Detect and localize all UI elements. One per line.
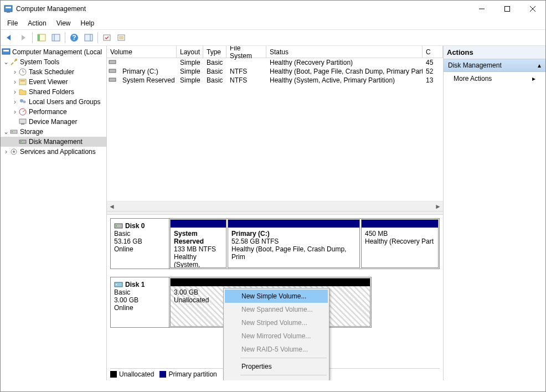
forward-button[interactable]	[17, 31, 30, 44]
ctx-new-raid5-volume: New RAID-5 Volume...	[225, 343, 328, 356]
svg-rect-4	[505, 7, 510, 12]
caret-right-icon[interactable]: ›	[12, 88, 18, 96]
menu-view[interactable]: View	[52, 18, 75, 28]
maximize-button[interactable]	[495, 1, 520, 17]
services-icon	[9, 147, 18, 156]
volume-list[interactable]: Simple Basic Healthy (Recovery Partition…	[107, 58, 443, 201]
svg-rect-40	[109, 60, 116, 64]
ctx-help[interactable]: Help	[225, 377, 328, 380]
col-status[interactable]: Status	[266, 46, 423, 58]
caret-right-icon[interactable]: ›	[3, 148, 9, 156]
title-bar: Computer Management	[1, 1, 545, 17]
chevron-right-icon: ▸	[532, 75, 535, 82]
tree-shared-folders[interactable]: › Shared Folders	[1, 87, 106, 97]
volume-row[interactable]: System Reserved Simple Basic NTFS Health…	[107, 76, 443, 85]
caret-right-icon[interactable]: ›	[12, 108, 18, 116]
svg-point-35	[12, 131, 13, 132]
svg-rect-9	[52, 34, 60, 41]
properties-button[interactable]	[49, 31, 63, 44]
menu-action[interactable]: Action	[23, 18, 50, 28]
help-button[interactable]: ?	[68, 31, 81, 44]
app-icon	[4, 4, 13, 13]
collapse-icon[interactable]: ▴	[538, 61, 541, 69]
volume-row[interactable]: Simple Basic Healthy (Recovery Partition…	[107, 58, 443, 67]
users-icon	[18, 97, 27, 106]
hdd-icon	[109, 68, 116, 74]
ctx-new-striped-volume: New Striped Volume...	[225, 316, 328, 329]
performance-icon	[18, 107, 27, 116]
disk-icon	[18, 137, 27, 146]
partition[interactable]: System Reserved 133 MB NTFS Healthy (Sys…	[170, 219, 226, 268]
menu-help[interactable]: Help	[76, 18, 99, 28]
tree-disk-management[interactable]: Disk Management	[1, 137, 106, 147]
ctx-properties[interactable]: Properties	[225, 360, 328, 373]
caret-right-icon[interactable]: ›	[12, 98, 18, 106]
list-button[interactable]	[115, 31, 128, 44]
context-menu: New Simple Volume... New Spanned Volume.…	[223, 288, 329, 380]
svg-point-29	[23, 101, 26, 104]
partition[interactable]: Primary (C:) 52.58 GB NTFS Healthy (Boot…	[228, 219, 360, 268]
actions-pane: Actions Disk Management ▴ More Actions ▸	[444, 46, 545, 380]
hdd-icon	[114, 281, 123, 288]
svg-rect-33	[21, 123, 24, 125]
tools-icon	[9, 58, 18, 66]
svg-rect-34	[11, 130, 17, 133]
caret-right-icon[interactable]: ›	[12, 68, 18, 76]
svg-point-46	[116, 284, 117, 285]
disk-info[interactable]: Disk 0 Basic 53.16 GB Online	[111, 219, 169, 269]
disk-row[interactable]: Disk 0 Basic 53.16 GB Online System Rese…	[110, 218, 440, 269]
svg-rect-0	[4, 6, 12, 12]
close-button[interactable]	[520, 1, 545, 17]
col-type[interactable]: Type	[203, 46, 226, 58]
tree-system-tools[interactable]: ⌄ System Tools	[1, 57, 106, 67]
toolbar: ?	[1, 29, 545, 46]
col-volume[interactable]: Volume	[107, 46, 177, 58]
volume-row[interactable]: Primary (C:) Simple Basic NTFS Healthy (…	[107, 67, 443, 76]
splitter[interactable]	[107, 211, 443, 215]
hdd-icon	[109, 76, 116, 83]
scroll-left-icon[interactable]: ◄	[107, 202, 117, 211]
svg-point-28	[20, 99, 23, 102]
menu-bar: File Action View Help	[1, 17, 545, 29]
col-capacity[interactable]: C	[423, 46, 443, 58]
volume-list-header: Volume Layout Type File System Status C	[107, 46, 443, 58]
menu-file[interactable]: File	[3, 18, 22, 28]
disk-graphical-view: Disk 0 Basic 53.16 GB Online System Rese…	[107, 215, 443, 380]
scroll-right-icon[interactable]: ►	[433, 202, 443, 211]
center-pane: Volume Layout Type File System Status C …	[107, 46, 444, 380]
tree-root[interactable]: Computer Management (Local	[1, 47, 106, 57]
back-button[interactable]	[2, 31, 16, 44]
folder-icon	[18, 87, 27, 96]
device-icon	[18, 117, 27, 126]
svg-text:?: ?	[72, 34, 76, 42]
svg-rect-13	[85, 34, 92, 41]
tree-local-users[interactable]: › Local Users and Groups	[1, 97, 106, 107]
tree-task-scheduler[interactable]: › Task Scheduler	[1, 67, 106, 77]
tree-storage[interactable]: ⌄ Storage	[1, 127, 106, 137]
caret-down-icon[interactable]: ⌄	[3, 58, 9, 66]
tree-services[interactable]: › Services and Applications	[1, 147, 106, 157]
svg-rect-2	[7, 12, 10, 13]
actions-group[interactable]: Disk Management ▴	[444, 59, 545, 72]
tree-device-manager[interactable]: Device Manager	[1, 117, 106, 127]
svg-rect-1	[6, 7, 11, 8]
partition[interactable]: 450 MB Healthy (Recovery Part	[361, 219, 439, 268]
svg-rect-41	[109, 69, 116, 73]
show-hide-tree-button[interactable]	[35, 31, 48, 44]
caret-down-icon[interactable]: ⌄	[3, 128, 9, 136]
horizontal-scrollbar[interactable]: ◄ ►	[107, 201, 443, 211]
minimize-button[interactable]	[469, 1, 495, 17]
tree-performance[interactable]: › Performance	[1, 107, 106, 117]
caret-right-icon[interactable]: ›	[12, 78, 18, 86]
svg-rect-32	[19, 119, 26, 123]
ctx-new-simple-volume[interactable]: New Simple Volume...	[225, 290, 328, 303]
svg-rect-26	[19, 79, 26, 85]
actions-more[interactable]: More Actions ▸	[444, 72, 545, 85]
col-filesystem[interactable]: File System	[226, 46, 266, 58]
refresh-button[interactable]	[100, 31, 114, 44]
col-layout[interactable]: Layout	[177, 46, 203, 58]
disk-info[interactable]: Disk 1 Basic 3.00 GB Online	[111, 277, 169, 327]
action-pane-button[interactable]	[82, 31, 95, 44]
tree-event-viewer[interactable]: › Event Viewer	[1, 77, 106, 87]
tree-pane: Computer Management (Local ⌄ System Tool…	[1, 46, 107, 380]
